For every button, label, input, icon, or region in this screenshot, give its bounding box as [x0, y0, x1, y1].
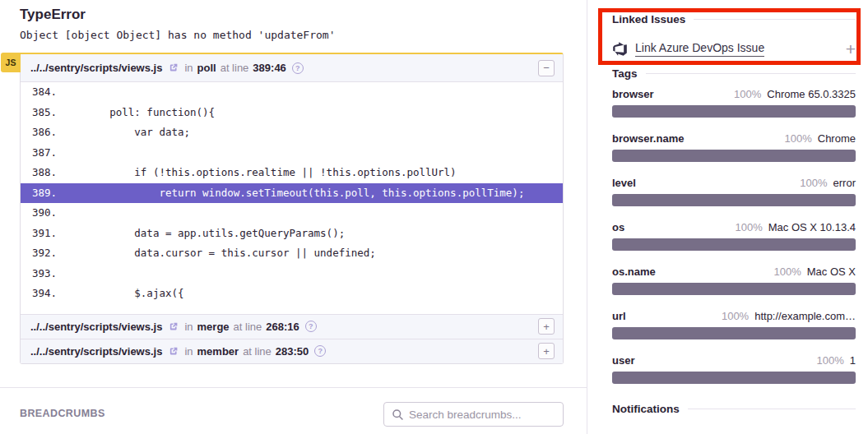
tag-percent: 100%	[817, 354, 844, 367]
add-linked-issue-button[interactable]: +	[846, 40, 856, 58]
code-line: 388. if (!this.options.realtime || !this…	[21, 163, 563, 183]
code-line-number: 389.	[21, 183, 60, 204]
frame-filename[interactable]: ../../sentry/scripts/views.js	[30, 345, 162, 358]
tag-percent: 100%	[785, 132, 812, 145]
tag-key: browser.name	[612, 132, 684, 145]
code-line-source: data.cursor = this.cursor || undefined;	[60, 243, 376, 264]
sidebar-divider	[587, 0, 587, 434]
tag-value: Chrome	[818, 132, 856, 145]
tag-value: http://example.com…	[754, 310, 856, 322]
heading-rule	[694, 19, 856, 20]
code-line-number: 392.	[21, 243, 60, 264]
tag-head: os 100% Mac OS X 10.13.4	[612, 221, 856, 233]
code-line-number: 386.	[21, 122, 60, 143]
breadcrumbs-heading: BREADCRUMBS	[20, 408, 105, 419]
code-line: 390.	[21, 203, 563, 224]
tag-row: url 100% http://example.com…	[612, 310, 856, 339]
help-icon[interactable]: ?	[314, 345, 326, 357]
tag-value: error	[833, 177, 856, 189]
section-divider	[0, 387, 587, 388]
tag-key: url	[612, 310, 626, 322]
search-input[interactable]	[409, 409, 555, 421]
tag-row: user 100% 1	[612, 354, 856, 384]
frame-function: poll	[197, 62, 216, 74]
external-link-icon[interactable]	[168, 321, 179, 332]
code-line-source: $.ajax({	[60, 284, 184, 304]
code-line-number: 385.	[21, 103, 60, 123]
breadcrumbs-search[interactable]	[383, 402, 564, 427]
tag-head: os.name 100% Mac OS X	[612, 265, 856, 278]
tag-row: browser 100% Chrome 65.0.3325	[612, 88, 856, 118]
help-icon[interactable]: ?	[305, 321, 317, 332]
code-line-source: poll: function(){	[60, 103, 215, 123]
tag-progress-bar	[612, 150, 856, 162]
tag-head: url 100% http://example.com…	[612, 310, 856, 322]
collapse-frame-button[interactable]: −	[538, 60, 555, 76]
stack-frame-header-member[interactable]: ../../sentry/scripts/views.js in member …	[21, 339, 563, 363]
frame-filename[interactable]: ../../sentry/scripts/views.js	[30, 62, 162, 74]
frame-atline-label: at line	[234, 321, 262, 333]
expand-frame-button[interactable]: +	[538, 343, 555, 359]
tag-value: Mac OS X 10.13.4	[768, 221, 856, 233]
code-line-source: if (!this.options.realtime || !this.opti…	[60, 163, 457, 183]
code-line: 386. var data;	[21, 122, 563, 143]
help-icon[interactable]: ?	[292, 62, 304, 74]
code-line: 389. return window.setTimeout(this.poll,…	[21, 183, 563, 204]
code-line: 394. $.ajax({	[21, 284, 563, 304]
notifications-heading-text: Notifications	[612, 403, 680, 415]
frame-line-number: 268:16	[266, 321, 299, 333]
stack-frame-header-poll[interactable]: ../../sentry/scripts/views.js in poll at…	[21, 54, 563, 82]
tag-progress-bar	[612, 283, 856, 295]
tag-percent: 100%	[734, 88, 761, 100]
frame-line-number: 389:46	[253, 62, 285, 74]
tag-key: browser	[612, 88, 654, 100]
frame-atline-label: at line	[220, 62, 249, 74]
tag-key: level	[612, 177, 636, 189]
code-line-number: 384.	[21, 82, 60, 103]
code-line: 391. data = app.utils.getQueryParams();	[21, 224, 563, 244]
tag-progress-bar	[612, 105, 856, 118]
code-line-number: 393.	[21, 264, 60, 284]
tag-row: level 100% error	[612, 177, 856, 206]
code-line: 384.	[21, 82, 563, 103]
code-line-number: 387.	[21, 143, 60, 164]
code-line: 385. poll: function(){	[21, 103, 563, 123]
tag-key: os	[612, 221, 624, 233]
external-link-icon[interactable]	[168, 62, 179, 73]
code-line: 393.	[21, 264, 563, 284]
tag-percent: 100%	[722, 310, 749, 322]
code-line-number: 391.	[21, 224, 60, 244]
frame-line-number: 283:50	[276, 345, 309, 358]
tag-progress-bar	[612, 327, 856, 339]
tag-key: user	[612, 354, 634, 367]
frame-in-label: in	[184, 62, 193, 74]
code-line-number: 390.	[21, 203, 60, 224]
frame-in-label: in	[184, 345, 193, 358]
tag-row: os.name 100% Mac OS X	[612, 265, 856, 295]
stack-trace-panel: JS ../../sentry/scripts/views.js in poll…	[20, 53, 564, 364]
tag-head: level 100% error	[612, 177, 856, 189]
tag-value: Chrome 65.0.3325	[767, 88, 856, 100]
tag-row: os 100% Mac OS X 10.13.4	[612, 221, 856, 251]
js-platform-badge: JS	[1, 53, 21, 72]
tag-progress-bar	[612, 194, 856, 206]
tag-key: os.name	[612, 265, 656, 278]
tag-head: browser 100% Chrome 65.0.3325	[612, 88, 856, 100]
frame-filename[interactable]: ../../sentry/scripts/views.js	[30, 321, 162, 333]
code-line-source: var data;	[60, 122, 190, 143]
tag-percent: 100%	[800, 177, 827, 189]
source-context: 384. 385. poll: function(){ 386. var dat…	[21, 82, 563, 314]
code-line-number: 394.	[21, 284, 60, 304]
link-azure-devops-issue-link[interactable]: Link Azure DevOps Issue	[635, 41, 764, 57]
tag-progress-bar	[612, 372, 856, 384]
expand-frame-button[interactable]: +	[538, 318, 555, 335]
external-link-icon[interactable]	[168, 346, 179, 357]
page-title: TypeError	[20, 7, 86, 23]
linked-issues-heading-text: Linked Issues	[612, 13, 685, 25]
frame-function: member	[197, 345, 239, 358]
stack-frame-header-merge[interactable]: ../../sentry/scripts/views.js in merge a…	[21, 314, 563, 339]
search-icon	[392, 409, 404, 421]
code-line-number: 388.	[21, 163, 60, 183]
tag-percent: 100%	[736, 221, 763, 233]
frame-in-label: in	[184, 321, 193, 333]
